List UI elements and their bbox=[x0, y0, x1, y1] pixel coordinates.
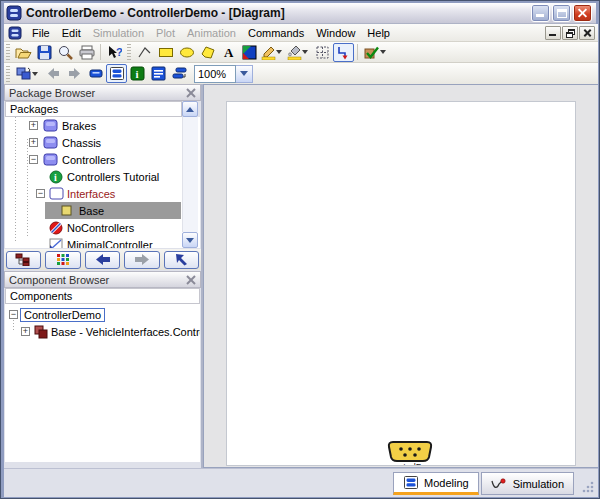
text-tool-button[interactable]: A bbox=[218, 43, 239, 62]
tree-item-label[interactable]: ControllerDemo bbox=[20, 308, 105, 322]
tree-item-controllerdemo[interactable]: − ControllerDemo bbox=[5, 306, 200, 323]
expand-icon[interactable]: + bbox=[21, 327, 30, 336]
icon-layer-icon bbox=[88, 67, 104, 80]
scroll-up-button[interactable] bbox=[182, 101, 198, 117]
tree-item-label[interactable]: Interfaces bbox=[67, 188, 115, 200]
expand-icon[interactable]: + bbox=[29, 121, 38, 130]
line-tool-button[interactable] bbox=[134, 43, 155, 62]
tree-item-base[interactable]: Base bbox=[5, 202, 200, 219]
close-panel-button[interactable] bbox=[186, 88, 196, 98]
base-model-icon bbox=[61, 205, 72, 216]
arrow-up-icon bbox=[186, 107, 194, 112]
tree-item-controllers-tutorial[interactable]: i Controllers Tutorial bbox=[5, 168, 200, 185]
tree-item-brakes[interactable]: + Brakes bbox=[5, 117, 200, 134]
components-icon bbox=[16, 66, 32, 81]
menu-edit[interactable]: Edit bbox=[56, 25, 87, 41]
used-classes-button[interactable] bbox=[169, 64, 190, 83]
close-button[interactable] bbox=[573, 4, 592, 22]
packages-column-header[interactable]: Packages bbox=[5, 101, 182, 117]
modelica-text-button[interactable] bbox=[148, 64, 169, 83]
fill-color-button[interactable] bbox=[286, 43, 312, 62]
diagram-layer-button[interactable] bbox=[106, 64, 127, 83]
svg-text:i: i bbox=[136, 68, 139, 80]
model-icon bbox=[49, 238, 63, 248]
tree-item-interfaces[interactable]: − Interfaces bbox=[5, 185, 200, 202]
browser-back-button[interactable] bbox=[85, 251, 120, 269]
polygon-tool-button[interactable] bbox=[197, 43, 218, 62]
svg-text:i: i bbox=[54, 172, 57, 183]
go-to-top-button[interactable] bbox=[164, 251, 199, 269]
paint-bucket-icon bbox=[287, 45, 302, 60]
grid-button[interactable] bbox=[312, 43, 333, 62]
toolbar-grip[interactable] bbox=[127, 44, 131, 60]
connect-mode-button[interactable] bbox=[333, 43, 354, 62]
collapse-icon[interactable]: − bbox=[29, 155, 38, 164]
bitmap-tool-button[interactable] bbox=[239, 43, 260, 62]
tree-item-label[interactable]: Controllers bbox=[62, 154, 115, 166]
open-button[interactable] bbox=[13, 43, 34, 62]
menu-commands[interactable]: Commands bbox=[242, 25, 310, 41]
close-panel-button[interactable] bbox=[186, 275, 196, 285]
save-button[interactable] bbox=[34, 43, 55, 62]
tree-item-label[interactable]: Controllers Tutorial bbox=[67, 171, 159, 183]
diagram-layer-icon bbox=[109, 66, 125, 81]
line-color-button[interactable] bbox=[260, 43, 286, 62]
svg-text:?: ? bbox=[116, 46, 122, 58]
toolbar-main: ? bbox=[4, 42, 598, 63]
expand-icon[interactable]: + bbox=[29, 138, 38, 147]
icons-view-button[interactable] bbox=[45, 251, 80, 269]
tab-simulation[interactable]: Simulation bbox=[481, 472, 574, 495]
tree-item-controllers[interactable]: − Controllers bbox=[5, 151, 200, 168]
collapse-icon[interactable]: − bbox=[36, 189, 45, 198]
tree-item-label[interactable]: MinimalController bbox=[67, 239, 153, 249]
print-button[interactable] bbox=[76, 43, 97, 62]
rectangle-tool-button[interactable] bbox=[155, 43, 176, 62]
tree-item-label[interactable]: Chassis bbox=[62, 137, 101, 149]
documentation-button[interactable]: i bbox=[127, 64, 148, 83]
tree-item-label[interactable]: Brakes bbox=[62, 120, 96, 132]
scrollbar-track[interactable] bbox=[182, 117, 198, 232]
hierarchy-view-button[interactable] bbox=[6, 251, 41, 269]
mdi-minimize-button[interactable] bbox=[545, 26, 561, 40]
zoom-value[interactable]: 100% bbox=[194, 65, 236, 83]
tree-item-label[interactable]: Base - VehicleInterfaces.Controllers.In.… bbox=[51, 326, 200, 338]
toolbar-grip[interactable] bbox=[6, 44, 10, 60]
ellipse-tool-button[interactable] bbox=[176, 43, 197, 62]
diagram-canvas[interactable]: controlBus bbox=[226, 101, 576, 466]
text-icon: A bbox=[222, 45, 236, 60]
menu-file[interactable]: File bbox=[26, 25, 56, 41]
title-bar[interactable]: ControllerDemo - ControllerDemo - [Diagr… bbox=[4, 3, 596, 24]
tab-modeling[interactable]: Modeling bbox=[393, 472, 479, 495]
printer-icon bbox=[79, 45, 95, 60]
scroll-down-button[interactable] bbox=[182, 232, 198, 248]
minimize-button[interactable] bbox=[531, 4, 550, 22]
mdi-restore-button[interactable] bbox=[562, 26, 578, 40]
zoom-button[interactable] bbox=[55, 43, 76, 62]
icon-layer-button[interactable] bbox=[85, 64, 106, 83]
zoom-combobox[interactable]: 100% bbox=[194, 65, 253, 83]
context-help-button[interactable]: ? bbox=[104, 43, 125, 62]
browser-forward-button bbox=[124, 251, 159, 269]
dropdown-arrow-icon bbox=[276, 50, 282, 54]
insert-component-button[interactable] bbox=[13, 64, 43, 83]
toolbar-grip[interactable] bbox=[6, 66, 10, 82]
tree-item-label[interactable]: Base bbox=[79, 205, 104, 217]
tree-item-base-component[interactable]: + Base - VehicleInterfaces.Controllers.I… bbox=[5, 323, 200, 340]
collapse-icon[interactable]: − bbox=[9, 310, 18, 319]
zoom-dropdown-button[interactable] bbox=[236, 65, 253, 83]
tree-item-minimalcontroller[interactable]: MinimalController bbox=[5, 236, 200, 248]
resize-grip[interactable] bbox=[582, 481, 595, 494]
check-model-button[interactable] bbox=[361, 43, 391, 62]
control-bus-connector[interactable] bbox=[387, 441, 433, 463]
tree-item-nocontrollers[interactable]: NoControllers bbox=[5, 219, 200, 236]
maximize-button[interactable] bbox=[552, 4, 571, 22]
menu-help[interactable]: Help bbox=[361, 25, 396, 41]
menu-window[interactable]: Window bbox=[310, 25, 361, 41]
used-classes-icon bbox=[172, 66, 188, 81]
tree-item-chassis[interactable]: + Chassis bbox=[5, 134, 200, 151]
mdi-close-button[interactable] bbox=[579, 26, 595, 40]
tree-item-label[interactable]: NoControllers bbox=[67, 222, 134, 234]
simulation-plot-icon bbox=[491, 477, 508, 491]
components-column-header[interactable]: Components bbox=[5, 288, 200, 304]
diagram-area[interactable]: controlBus bbox=[203, 84, 598, 468]
